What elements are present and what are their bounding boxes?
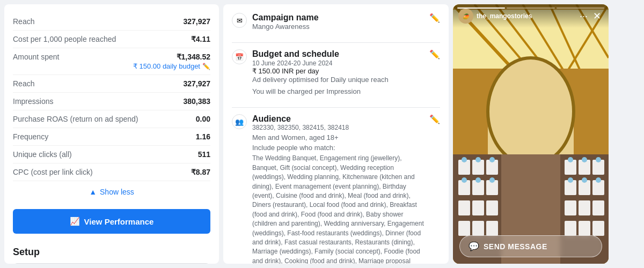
story-more-button[interactable]: ··· — [576, 10, 591, 23]
audience-header: 👥 Audience 382330, 382350, 382415, 38241… — [232, 114, 440, 264]
view-performance-label: View Performance — [84, 217, 154, 226]
more-icon: ··· — [580, 11, 588, 21]
budget-link[interactable]: ₹ 150.00 daily budget ✏️ — [133, 62, 210, 70]
send-message-bar[interactable]: 💬 SEND MESSAGE — [459, 235, 602, 257]
right-panel: 🥭 the_mangostories ··· ✕ — [453, 4, 609, 264]
svg-point-48 — [489, 177, 495, 183]
metric-value-reach-1: 327,927 — [183, 17, 210, 26]
svg-point-45 — [596, 157, 601, 162]
svg-rect-22 — [472, 200, 484, 215]
budget-section: 📅 Budget and schedule 10 June 2024-20 Ju… — [232, 49, 440, 99]
budget-title: Budget and schedule — [252, 49, 424, 59]
edit-audience-button[interactable]: ✏️ — [429, 114, 440, 124]
budget-section-icon: 📅 — [232, 49, 247, 64]
setup-section: Setup 🚩 Campaign name ✏️ — [13, 240, 210, 264]
calendar-icon: 📅 — [235, 53, 244, 61]
metric-row-cpc: CPC (cost per link click) ₹8.87 — [13, 163, 210, 181]
people-icon: 👥 — [235, 118, 244, 126]
campaign-name-section: ✉ Campaign name Mango Awareness ✏️ — [232, 13, 440, 34]
campaign-name-header: ✉ Campaign name Mango Awareness ✏️ — [232, 13, 440, 34]
performance-chart-icon: 📈 — [70, 217, 80, 226]
svg-rect-26 — [486, 200, 498, 215]
svg-point-41 — [475, 157, 481, 162]
budget-header: 📅 Budget and schedule 10 June 2024-20 Ju… — [232, 49, 440, 99]
campaign-name-block: Campaign name Mango Awareness — [252, 13, 319, 34]
avatar: 🥭 — [458, 9, 473, 24]
metric-label-frequency: Frequency — [13, 132, 48, 141]
progress-bar-1 — [457, 8, 505, 9]
svg-rect-35 — [579, 221, 590, 236]
campaign-name-title: Campaign name — [252, 13, 319, 23]
show-less-button[interactable]: ▲ Show less — [13, 181, 210, 203]
view-performance-button[interactable]: 📈 View Performance — [13, 209, 210, 234]
svg-rect-27 — [486, 221, 498, 236]
story-background — [453, 4, 609, 264]
metric-label-reach-2: Reach — [13, 79, 34, 88]
edit-budget-icon[interactable]: ✏️ — [202, 63, 210, 70]
metric-value-reach-2: 327,927 — [183, 79, 210, 88]
audience-section: 👥 Audience 382330, 382350, 382415, 38241… — [232, 114, 440, 264]
envelope-icon: ✉ — [237, 17, 243, 25]
metric-row-unique-clicks: Unique clicks (all) 511 — [13, 146, 210, 163]
svg-rect-34 — [579, 200, 590, 215]
budget-daily-amount: ₹ 150.00 INR per day — [252, 67, 424, 75]
metric-row-reach-2: Reach 327,927 — [13, 75, 210, 93]
campaign-name-value: Mango Awareness — [252, 23, 319, 31]
budget-date-range: 10 June 2024-20 June 2024 — [252, 59, 424, 67]
edit-budget-button[interactable]: ✏️ — [429, 49, 440, 59]
send-message-label: SEND MESSAGE — [484, 242, 547, 251]
metric-value-unique-clicks: 511 — [198, 150, 210, 159]
metric-value-cpm: ₹4.11 — [191, 35, 210, 43]
metric-label-unique-clicks: Unique clicks (all) — [13, 150, 72, 159]
svg-point-49 — [568, 177, 573, 183]
progress-bar-2 — [507, 8, 554, 9]
metric-value-impressions: 380,383 — [183, 97, 210, 106]
audience-include-label: Include people who match: — [252, 144, 424, 152]
audience-section-icon: 👥 — [232, 114, 247, 129]
progress-bar-3 — [557, 8, 604, 9]
metric-label-roas: Purchase ROAS (return on ad spend) — [13, 115, 138, 123]
svg-rect-31 — [565, 221, 576, 236]
audience-title: Audience — [252, 114, 424, 124]
metric-row-cpm: Cost per 1,000 people reached ₹4.11 — [13, 31, 210, 48]
budget-content: Budget and schedule 10 June 2024-20 June… — [252, 49, 424, 99]
svg-point-40 — [462, 157, 467, 162]
story-close-button[interactable]: ✕ — [591, 9, 603, 23]
metric-value-frequency: 1.16 — [196, 132, 210, 141]
show-less-label: Show less — [100, 188, 134, 196]
metric-row-frequency: Frequency 1.16 — [13, 128, 210, 146]
metric-label-cpc: CPC (cost per link click) — [13, 168, 93, 176]
edit-campaign-name-button[interactable]: ✏️ — [429, 13, 440, 23]
svg-point-44 — [582, 157, 587, 162]
left-panel: Reach 327,927 Cost per 1,000 people reac… — [4, 4, 219, 264]
budget-dates: 10 June 2024-20 June 2024 — [252, 59, 332, 67]
metric-label-reach-1: Reach — [13, 17, 34, 26]
middle-panel: ✉ Campaign name Mango Awareness ✏️ 📅 Bud… — [223, 4, 449, 264]
svg-rect-38 — [592, 200, 604, 215]
svg-point-51 — [596, 177, 601, 183]
audience-demo: Men and Women, aged 18+ — [252, 133, 424, 142]
budget-charge-note: You will be charged per Impression — [252, 87, 424, 96]
svg-rect-30 — [565, 200, 576, 215]
audience-ids: 382330, 382350, 382415, 382418 — [252, 124, 424, 131]
metric-label-amount-spent: Amount spent — [13, 53, 59, 61]
metric-row-impressions: Impressions 380,383 — [13, 93, 210, 110]
svg-rect-18 — [458, 200, 470, 215]
svg-point-43 — [568, 157, 573, 162]
setup-title: Setup — [13, 247, 210, 258]
divider-1 — [232, 42, 440, 43]
chevron-up-icon: ▲ — [89, 188, 97, 196]
svg-point-46 — [462, 177, 467, 183]
campaign-card: 🚩 Campaign name ✏️ — [13, 263, 210, 264]
close-icon: ✕ — [593, 11, 601, 21]
audience-content: Audience 382330, 382350, 382415, 382418 … — [252, 114, 424, 264]
audience-interests: The Wedding Banquet, Engagement ring (je… — [252, 154, 424, 264]
metric-value-roas: 0.00 — [196, 115, 210, 123]
budget-link-text: ₹ 150.00 daily budget — [133, 62, 200, 70]
svg-point-42 — [489, 157, 495, 162]
story-scene-svg — [453, 4, 609, 264]
message-icon: 💬 — [469, 241, 479, 251]
story-progress — [457, 8, 604, 9]
campaign-section-icon: ✉ — [232, 13, 247, 28]
svg-rect-23 — [472, 221, 484, 236]
